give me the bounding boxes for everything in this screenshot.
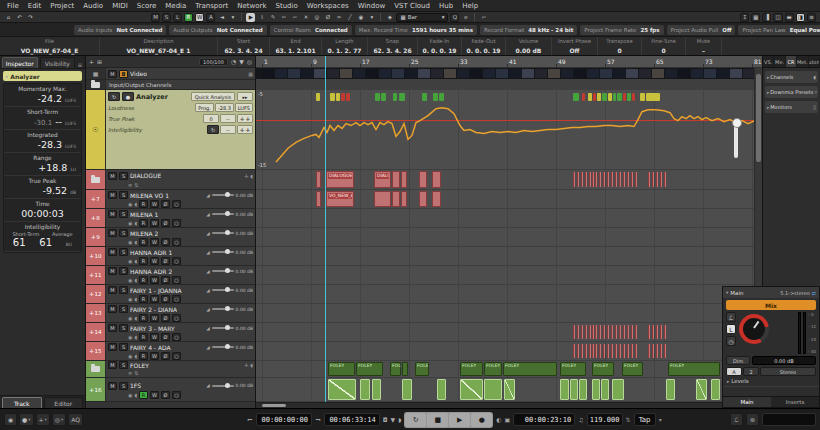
volume-control[interactable]: ◢0.00 dB	[206, 383, 253, 388]
button-s[interactable]: S	[119, 267, 128, 275]
audio-event[interactable]	[577, 344, 579, 358]
track-foley[interactable]: MSFOLEY✛◖≡⇅	[86, 361, 255, 378]
track-milena-vo-1[interactable]: ✛7MSMILENA VO 1◢0.00 dB◉◖RWØ○	[86, 190, 255, 209]
add-track-button[interactable]: +	[89, 58, 94, 65]
track-counter[interactable]: 100/100	[199, 58, 228, 66]
audio-event[interactable]	[392, 191, 400, 207]
analyzer-cell[interactable]: --	[220, 125, 236, 134]
audio-event[interactable]: VO_NEW_67-04_E	[326, 191, 354, 207]
bypass-inserts-button[interactable]: ○	[172, 295, 181, 303]
button-m[interactable]: M	[108, 210, 117, 218]
acoustic-feedback-icon[interactable]: ◄	[217, 13, 226, 22]
volume-slider[interactable]	[212, 213, 234, 215]
audio-event[interactable]	[631, 344, 633, 358]
lane-fairy-3-mary[interactable]	[256, 323, 762, 342]
tab-editor[interactable]: Editor	[44, 397, 84, 408]
read-all-button[interactable]: R	[184, 13, 193, 22]
bypass-inserts-button[interactable]: ○	[172, 333, 181, 341]
grid-type-select[interactable]: ▦Bar▾	[396, 13, 448, 22]
audio-event[interactable]	[504, 379, 515, 400]
scrollbar-thumb[interactable]	[756, 74, 761, 162]
monitor-icon[interactable]: ◉	[128, 201, 132, 207]
volume-slider[interactable]	[212, 308, 234, 310]
undo-icon[interactable]: ↶	[15, 13, 24, 22]
suspend-all-button[interactable]: A	[206, 13, 215, 22]
volume-control[interactable]: ◢0.00 dB	[206, 345, 253, 350]
lane-milena-vo-1[interactable]: VO_NEW_67-04_E	[256, 190, 762, 209]
track-fairy-1-joanna[interactable]: ✛12MSFAIRY 1 - JOANNA◢0.00 dB◉◖RWØ○	[86, 285, 255, 304]
tab-track[interactable]: Track	[2, 397, 42, 408]
audio-event[interactable]	[611, 325, 613, 339]
analyzer-settings-icon[interactable]: ↻	[108, 92, 120, 101]
button-m[interactable]: M	[108, 248, 117, 256]
track-fairy-4-ada[interactable]: ✛15MSFAIRY 4 - ADA◢0.00 dB◉◖RWØ○	[86, 342, 255, 361]
bypass-eq-button[interactable]: Ø	[161, 200, 170, 208]
audio-event[interactable]	[627, 325, 629, 339]
audio-event[interactable]	[592, 379, 600, 400]
section-downmix-presets[interactable]: ▸Downmix Presets▿	[765, 86, 818, 98]
audio-event[interactable]	[599, 172, 601, 187]
tab-inserts[interactable]: Inserts	[771, 397, 819, 407]
button-m[interactable]: M	[108, 191, 117, 199]
info-mute[interactable]: Mute–	[686, 37, 722, 55]
write-all-button[interactable]: W	[195, 13, 204, 22]
audio-event[interactable]	[603, 325, 605, 339]
group-edit-icon[interactable]: ≡	[128, 182, 132, 188]
info-end[interactable]: End63. 1. 2.101	[270, 37, 322, 55]
speaker-set-stereo[interactable]: Stereo	[760, 367, 816, 376]
main-section-header[interactable]: ▾ Main 5.1->stereo ⇄	[723, 287, 819, 298]
audio-event[interactable]: DIALOGUE	[326, 171, 354, 188]
audio-event[interactable]	[607, 325, 609, 339]
iterative-quantize-button[interactable]: e	[461, 13, 470, 22]
status-project-frame-rate[interactable]: Project Frame Rate25 fps	[580, 25, 663, 35]
phase-icon[interactable]: ⇅	[134, 370, 138, 376]
audio-event[interactable]	[581, 344, 583, 358]
tab-vs[interactable]: VS.	[763, 56, 774, 67]
bypass-eq-button[interactable]: Ø	[161, 295, 170, 303]
audio-event[interactable]	[635, 325, 637, 339]
playhead-cursor[interactable]	[325, 56, 326, 402]
snap-icon[interactable]: ◈	[385, 13, 394, 22]
bypass-inserts-button[interactable]: ○	[172, 276, 181, 284]
phase-icon[interactable]: ⇅	[134, 182, 138, 188]
audio-event[interactable]	[664, 325, 666, 339]
audio-event[interactable]	[652, 325, 654, 339]
audio-event[interactable]	[573, 344, 575, 358]
audio-event[interactable]: FOLEY	[560, 362, 586, 376]
button-s[interactable]: S	[119, 305, 128, 313]
lane-milena-1[interactable]	[256, 209, 762, 228]
button-s[interactable]: S	[119, 210, 128, 218]
audio-event[interactable]	[595, 172, 597, 187]
object-selection-tool[interactable]: ▶	[246, 13, 255, 22]
bypass-inserts-button[interactable]: ○	[172, 352, 181, 360]
button-m[interactable]: M	[108, 172, 117, 180]
audio-event[interactable]	[603, 172, 605, 187]
button-m[interactable]: M	[108, 229, 117, 237]
section-channels[interactable]: ▸Channels◖	[765, 71, 818, 83]
menu-transport[interactable]: Transport	[195, 2, 228, 10]
write-button[interactable]: W	[150, 257, 159, 265]
lane-hanna-adr-2[interactable]	[256, 266, 762, 285]
write-button[interactable]: W	[150, 200, 159, 208]
loudness-enable-button[interactable]: ℒ	[726, 312, 736, 322]
info-description[interactable]: DescriptionVO_NEW_67-04_E 1	[100, 37, 218, 55]
phones-icon[interactable]: ◖	[134, 220, 137, 226]
bypass-inserts-button[interactable]: ○	[172, 391, 181, 399]
audio-event[interactable]: FOLEY	[390, 362, 401, 376]
bypass-inserts-button[interactable]: ○	[172, 257, 181, 265]
button-m[interactable]: M	[108, 286, 117, 294]
marker-icon[interactable]: ▣	[505, 416, 511, 423]
info-fade-out[interactable]: Fade-Out0. 0. 0. 19	[462, 37, 506, 55]
audio-event[interactable]	[612, 379, 624, 400]
lane-foley[interactable]: FOLEYFOLEYFOLEYFOLEYFOLEYFOLEYFOLEYFOLEY…	[256, 361, 762, 378]
status-project-audio-pull[interactable]: Project Audio PullOff	[667, 25, 736, 35]
audio-event[interactable]	[570, 379, 578, 400]
export-icon[interactable]: ↧	[740, 13, 749, 22]
click-enable-button[interactable]: ◷	[726, 336, 736, 346]
stop-button[interactable]: ■	[427, 413, 448, 427]
glue-tool[interactable]: ⌐	[290, 13, 299, 22]
button-m[interactable]: M	[108, 382, 117, 390]
tempo-spinner[interactable]: ⇅	[626, 416, 631, 423]
audio-event[interactable]	[627, 344, 629, 358]
lane-milena-2[interactable]	[256, 228, 762, 247]
